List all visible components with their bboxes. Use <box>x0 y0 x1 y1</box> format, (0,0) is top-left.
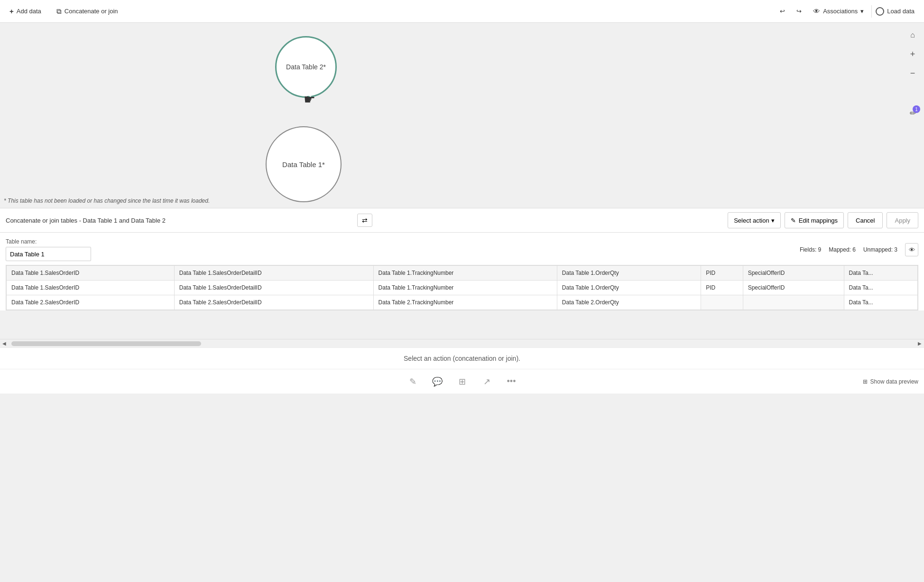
select-action-dropdown-icon: ▾ <box>771 217 775 224</box>
cell-r2c5-empty <box>701 295 743 310</box>
data-table-1-circle[interactable]: Data Table 1* <box>266 126 342 202</box>
show-preview-label: Show data preview <box>870 378 918 385</box>
swap-icon: ⇄ <box>362 216 368 224</box>
brush-badge-icon[interactable]: ✏ 1 <box>904 104 921 122</box>
cancel-label: Cancel <box>856 217 875 224</box>
data-table: Data Table 1.SalesOrderID Data Table 1.S… <box>6 265 918 310</box>
add-icon: + <box>9 7 14 15</box>
home-icon[interactable]: ⌂ <box>904 27 921 44</box>
fields-info: Fields: 9 Mapped: 6 Unmapped: 3 👁 <box>800 243 918 256</box>
concat-join-toolbar: Concatenate or join tables - Data Table … <box>0 208 924 233</box>
pencil-bottom-icon[interactable]: ✎ <box>405 374 420 389</box>
table-name-group: Table name: <box>6 238 91 261</box>
zoom-out-icon[interactable]: − <box>904 65 921 82</box>
mapped-count: Mapped: 6 <box>829 246 856 253</box>
bottom-message: Select an action (concatenation or join)… <box>0 347 924 369</box>
canvas-note: * This table has not been loaded or has … <box>4 197 210 204</box>
data-table-1-node[interactable]: Data Table 1* <box>266 126 342 202</box>
add-data-label: Add data <box>17 8 41 15</box>
eye-icon: 👁 <box>909 246 915 253</box>
add-data-button[interactable]: + Add data <box>6 5 45 17</box>
data-table-2-label: Data Table 2* <box>286 63 326 71</box>
topbar-right: ↩ ↪ 👁 Associations ▾ Load data <box>776 5 918 18</box>
eye-associations-icon: 👁 <box>813 7 820 15</box>
right-sidebar: ⌂ + − ✏ 1 <box>901 23 924 208</box>
cell-r1c2: Data Table 1.SalesOrderDetailID <box>174 281 373 295</box>
concat-icon: ⧉ <box>56 7 62 16</box>
undo-icon: ↩ <box>780 8 785 15</box>
load-data-button[interactable]: Load data <box>871 5 918 18</box>
header-row: Data Table 1.SalesOrderID Data Table 1.S… <box>7 266 918 281</box>
data-table-1-label: Data Table 1* <box>282 160 325 169</box>
bottom-message-text: Select an action (concatenation or join)… <box>404 355 520 362</box>
scroll-right-arrow[interactable]: ▶ <box>915 339 924 348</box>
col-header-datata: Data Ta... <box>844 266 917 281</box>
table-section: Table name: Fields: 9 Mapped: 6 Unmapped… <box>0 233 924 310</box>
badge-count: 1 <box>913 105 920 113</box>
cell-r1c3: Data Table 1.TrackingNumber <box>373 281 557 295</box>
cell-r1c1: Data Table 1.SalesOrderID <box>7 281 175 295</box>
load-data-label: Load data <box>887 8 915 15</box>
edit-mappings-button[interactable]: ✎ Edit mappings <box>785 212 844 228</box>
associations-button[interactable]: 👁 Associations ▾ <box>809 5 868 17</box>
cell-r1c4: Data Table 1.OrderQty <box>557 281 701 295</box>
cell-r2c4: Data Table 2.OrderQty <box>557 295 701 310</box>
cancel-button[interactable]: Cancel <box>848 212 883 228</box>
zoom-in-icon[interactable]: + <box>904 46 921 63</box>
show-preview-button[interactable]: ⊞ Show data preview <box>863 378 918 385</box>
col-header-pid: PID <box>701 266 743 281</box>
cell-r2c1: Data Table 2.SalesOrderID <box>7 295 175 310</box>
cell-r2c7: Data Ta... <box>844 295 917 310</box>
select-action-button[interactable]: Select action ▾ <box>728 212 780 228</box>
edit-mappings-label: Edit mappings <box>799 217 838 224</box>
table-body: Data Table 1.SalesOrderID Data Table 1.S… <box>7 281 918 310</box>
cell-r1c7: Data Ta... <box>844 281 917 295</box>
associations-dropdown-icon: ▾ <box>860 8 864 15</box>
table-name-label: Table name: <box>6 238 91 245</box>
table-bottom-icon[interactable]: ⊞ <box>454 374 470 389</box>
concatenate-join-button[interactable]: ⧉ Concatenate or join <box>53 5 122 18</box>
data-table-2-circle[interactable]: Data Table 2* <box>275 36 337 98</box>
scroll-area: ◀ ▶ <box>0 339 924 347</box>
cell-r2c6-empty <box>743 295 844 310</box>
redo-icon: ↪ <box>796 8 802 15</box>
col-header-salesorderid: Data Table 1.SalesOrderID <box>7 266 175 281</box>
table-name-input[interactable] <box>6 247 91 261</box>
canvas-area: ⌂ + − ✏ 1 Data Table 2* ☛ Data Table 1* … <box>0 23 924 208</box>
show-preview-icon: ⊞ <box>863 378 868 385</box>
bottom-toolbar: ✎ 💬 ⊞ ↗ ••• ⊞ Show data preview <box>0 369 924 394</box>
table-header: Data Table 1.SalesOrderID Data Table 1.S… <box>7 266 918 281</box>
apply-button[interactable]: Apply <box>887 212 918 228</box>
eye-button[interactable]: 👁 <box>905 243 918 256</box>
cell-r1c5: PID <box>701 281 743 295</box>
table-row: Data Table 2.SalesOrderID Data Table 2.S… <box>7 295 918 310</box>
select-action-label: Select action <box>734 217 769 224</box>
connection-dot-table2 <box>305 95 312 102</box>
topbar: + Add data ⧉ Concatenate or join ↩ ↪ 👁 A… <box>0 0 924 23</box>
toolbar-title: Concatenate or join tables - Data Table … <box>6 217 353 224</box>
col-header-specialofferid: SpecialOfferID <box>743 266 844 281</box>
col-header-salesorderdetailid: Data Table 1.SalesOrderDetailID <box>174 266 373 281</box>
table-name-row: Table name: Fields: 9 Mapped: 6 Unmapped… <box>6 238 918 261</box>
apply-label: Apply <box>895 217 910 224</box>
ellipsis-bottom-icon[interactable]: ••• <box>504 374 519 389</box>
share-bottom-icon[interactable]: ↗ <box>479 374 494 389</box>
chat-bottom-icon[interactable]: 💬 <box>430 374 445 389</box>
swap-button[interactable]: ⇄ <box>357 214 372 227</box>
data-table-2-node[interactable]: Data Table 2* <box>275 36 337 98</box>
fields-count: Fields: 9 <box>800 246 821 253</box>
scroll-left-arrow[interactable]: ◀ <box>0 339 9 348</box>
data-table-wrapper: Data Table 1.SalesOrderID Data Table 1.S… <box>6 265 918 310</box>
topbar-left: + Add data ⧉ Concatenate or join <box>6 5 772 18</box>
canvas-spacer <box>0 310 924 339</box>
cell-r2c2: Data Table 2.SalesOrderDetailID <box>174 295 373 310</box>
undo-button[interactable]: ↩ <box>776 6 789 17</box>
redo-button[interactable]: ↪ <box>793 6 805 17</box>
unmapped-count: Unmapped: 3 <box>863 246 897 253</box>
scroll-thumb[interactable] <box>11 341 201 346</box>
load-data-circle-icon <box>876 7 884 16</box>
cell-r2c3: Data Table 2.TrackingNumber <box>373 295 557 310</box>
cell-r1c6: SpecialOfferID <box>743 281 844 295</box>
col-header-orderqty: Data Table 1.OrderQty <box>557 266 701 281</box>
concat-join-label: Concatenate or join <box>65 8 118 15</box>
